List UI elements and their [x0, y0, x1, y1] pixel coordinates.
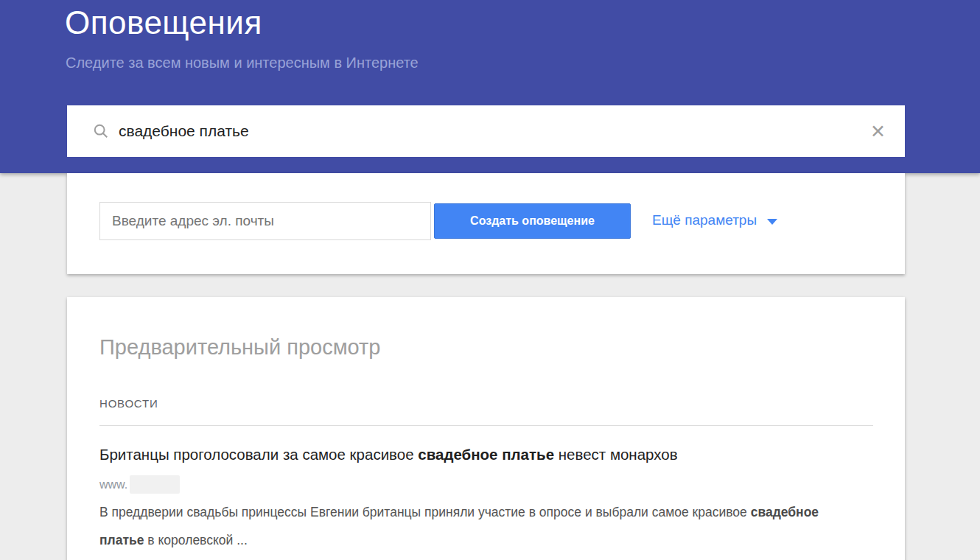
article-headline-link[interactable]: Британцы проголосовали за самое красивое… — [99, 446, 881, 463]
email-field[interactable] — [99, 202, 431, 240]
preview-title: Предварительный просмотр — [99, 335, 381, 360]
create-alert-button[interactable]: Создать оповещение — [434, 203, 631, 239]
more-options-link[interactable]: Ещё параметры — [652, 209, 777, 231]
page-title: Оповещения — [65, 4, 262, 41]
article-url-prefix: www. — [99, 478, 127, 491]
more-options-label: Ещё параметры — [652, 212, 757, 228]
search-icon — [92, 122, 110, 140]
news-section-label: НОВОСТИ — [99, 397, 158, 410]
url-redaction-box — [130, 475, 180, 494]
article-snippet: В преддверии свадьбы принцессы Евгении б… — [99, 498, 836, 554]
clear-search-icon[interactable]: ✕ — [870, 122, 886, 141]
preview-panel: Предварительный просмотр НОВОСТИ Британц… — [67, 297, 905, 560]
alert-query-input[interactable] — [119, 116, 870, 146]
app-header: Оповещения Следите за всем новым и интер… — [0, 0, 980, 173]
page-subtitle: Следите за всем новым и интересным в Инт… — [66, 55, 419, 71]
create-alert-panel: Создать оповещение Ещё параметры — [67, 173, 905, 274]
chevron-down-icon — [767, 219, 777, 225]
article-url: www. — [99, 475, 180, 494]
alert-search-bar[interactable]: ✕ — [67, 105, 905, 157]
section-divider — [99, 425, 873, 426]
